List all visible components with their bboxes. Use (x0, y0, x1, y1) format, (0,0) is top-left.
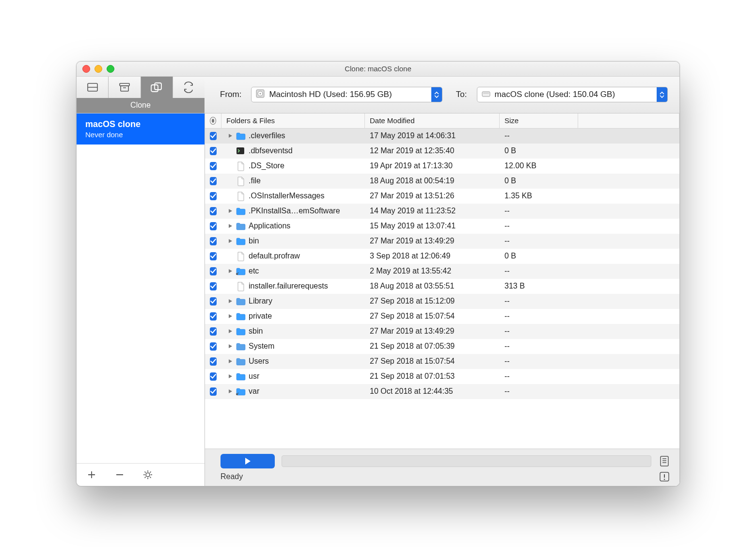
check-icon (210, 314, 216, 319)
disclosure-triangle[interactable] (226, 359, 234, 364)
chevron-right-icon (228, 299, 233, 304)
mode-tab-1[interactable] (77, 77, 109, 98)
disclosure-triangle[interactable] (226, 374, 234, 379)
folder-icon (236, 313, 245, 320)
row-checkbox[interactable] (210, 312, 217, 321)
table-row[interactable]: .file 18 Aug 2018 at 00:54:19 0 B (205, 174, 679, 189)
alerts-button[interactable] (658, 470, 671, 483)
row-checkbox[interactable] (210, 222, 217, 230)
disclosure-triangle[interactable] (226, 209, 234, 213)
to-label: To: (456, 90, 467, 99)
archive-icon (119, 83, 130, 92)
row-checkbox[interactable] (210, 267, 217, 275)
mode-tab-sync[interactable] (173, 77, 205, 98)
row-checkbox[interactable] (210, 327, 217, 336)
from-disk-selector[interactable]: Macintosh HD (Used: 156.95 GB) (251, 87, 442, 102)
to-disk-selector[interactable]: macOS clone (Used: 150.04 GB) (477, 87, 668, 102)
row-size: -- (500, 354, 578, 369)
row-checkbox[interactable] (210, 132, 217, 140)
row-checkbox[interactable] (210, 342, 217, 351)
row-checkbox[interactable] (210, 207, 217, 215)
row-name: installer.failurerequests (249, 282, 328, 290)
row-date: 10 Oct 2018 at 12:44:35 (365, 384, 500, 399)
run-button[interactable] (220, 454, 275, 468)
table-row[interactable]: default.profraw 3 Sep 2018 at 12:06:49 0… (205, 249, 679, 264)
svg-line-17 (145, 471, 146, 472)
window-title: Clone: macOS clone (77, 64, 679, 73)
disclosure-triangle[interactable] (226, 344, 234, 349)
table-row[interactable]: installer.failurerequests 18 Aug 2018 at… (205, 279, 679, 294)
row-spacer (578, 369, 679, 384)
row-checkbox[interactable] (210, 387, 217, 396)
add-task-button[interactable] (86, 469, 97, 480)
disclosure-triangle[interactable] (226, 314, 234, 319)
column-header-date[interactable]: Date Modified (365, 113, 500, 128)
disclosure-triangle[interactable] (226, 133, 234, 138)
row-checkbox[interactable] (210, 147, 217, 155)
row-checkbox[interactable] (210, 162, 217, 170)
row-name: Users (249, 357, 269, 366)
row-checkbox[interactable] (210, 192, 217, 200)
table-row[interactable]: Library 27 Sep 2018 at 15:12:09 -- (205, 294, 679, 309)
svg-rect-21 (236, 147, 244, 154)
row-name: .OSInstallerMessages (249, 192, 325, 200)
disclosure-triangle[interactable] (226, 389, 234, 394)
check-icon (210, 193, 216, 198)
row-date: 19 Apr 2019 at 17:13:30 (365, 159, 500, 174)
row-checkbox[interactable] (210, 177, 217, 185)
row-name: .dbfseventsd (249, 146, 293, 155)
plus-icon (88, 471, 95, 479)
table-row[interactable]: var 10 Oct 2018 at 12:44:35 -- (205, 384, 679, 399)
row-checkbox[interactable] (210, 282, 217, 290)
check-icon (210, 299, 216, 304)
row-date: 21 Sep 2018 at 07:01:53 (365, 369, 500, 384)
disclosure-triangle[interactable] (226, 224, 234, 228)
row-spacer (578, 174, 679, 189)
table-row[interactable]: .OSInstallerMessages 27 Mar 2019 at 13:5… (205, 189, 679, 204)
row-checkbox[interactable] (210, 252, 217, 260)
mode-tab-clone[interactable] (141, 77, 173, 98)
chevron-right-icon (228, 239, 233, 243)
check-icon (210, 269, 216, 274)
row-name: bin (249, 237, 259, 245)
row-checkbox[interactable] (210, 297, 217, 306)
disclosure-triangle[interactable] (226, 299, 234, 304)
row-size: 1.35 KB (500, 189, 578, 204)
row-size: -- (500, 309, 578, 324)
row-spacer (578, 339, 679, 354)
table-row[interactable]: .PKInstallSa…emSoftware 14 May 2019 at 1… (205, 204, 679, 219)
row-name: usr (249, 372, 259, 381)
disclosure-triangle[interactable] (226, 329, 234, 334)
table-row[interactable]: .dbfseventsd 12 Mar 2019 at 12:35:40 0 B (205, 144, 679, 159)
disclosure-triangle[interactable] (226, 269, 234, 274)
table-row[interactable]: private 27 Sep 2018 at 15:07:54 -- (205, 309, 679, 324)
log-button[interactable] (658, 455, 671, 467)
table-row[interactable]: sbin 27 Mar 2019 at 13:49:29 -- (205, 324, 679, 339)
table-row[interactable]: .DS_Store 19 Apr 2019 at 17:13:30 12.00 … (205, 159, 679, 174)
table-row[interactable]: System 21 Sep 2018 at 07:05:39 -- (205, 339, 679, 354)
column-header-size[interactable]: Size (500, 113, 578, 128)
table-row[interactable]: Applications 15 May 2019 at 13:07:41 -- (205, 219, 679, 234)
row-checkbox[interactable] (210, 357, 217, 366)
row-size: -- (500, 204, 578, 219)
task-settings-button[interactable] (142, 469, 153, 480)
row-checkbox[interactable] (210, 372, 217, 381)
table-row[interactable]: .cleverfiles 17 May 2019 at 14:06:31 -- (205, 129, 679, 144)
row-size: -- (500, 324, 578, 339)
remove-task-button[interactable] (114, 469, 125, 480)
table-row[interactable]: Users 27 Sep 2018 at 15:07:54 -- (205, 354, 679, 369)
column-header-name[interactable]: Folders & Files (221, 113, 365, 128)
column-header-select[interactable] (205, 113, 221, 128)
table-body[interactable]: .cleverfiles 17 May 2019 at 14:06:31 -- … (205, 129, 679, 449)
mode-tab-2[interactable] (109, 77, 141, 98)
table-row[interactable]: bin 27 Mar 2019 at 13:49:29 -- (205, 234, 679, 249)
check-icon (210, 224, 216, 228)
folder-icon (236, 373, 245, 380)
table-row[interactable]: etc 2 May 2019 at 13:55:42 -- (205, 264, 679, 279)
folder-icon (236, 268, 245, 274)
row-checkbox[interactable] (210, 237, 217, 245)
chevron-right-icon (228, 374, 233, 379)
disclosure-triangle[interactable] (226, 239, 234, 243)
sidebar-item[interactable]: macOS clone Never done (77, 113, 205, 145)
table-row[interactable]: usr 21 Sep 2018 at 07:01:53 -- (205, 369, 679, 384)
